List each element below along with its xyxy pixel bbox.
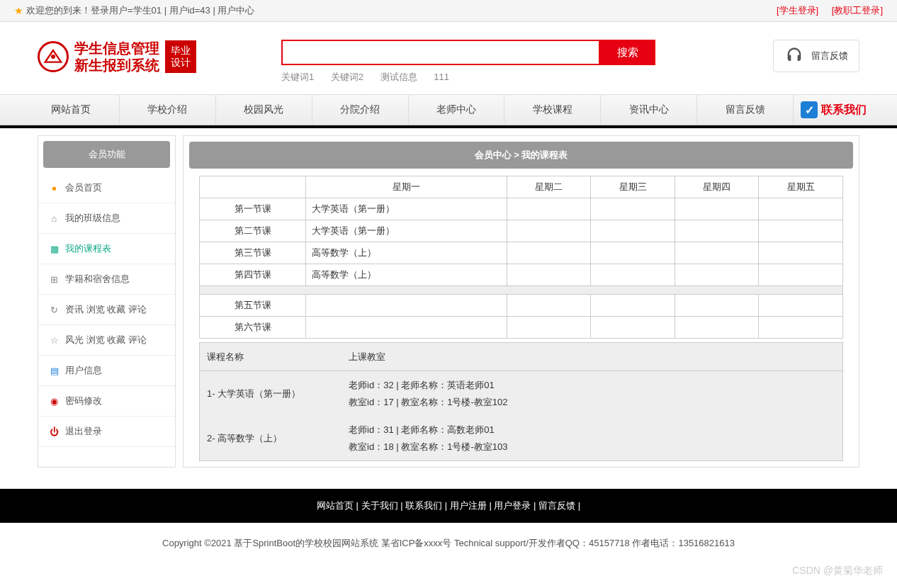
keyword-3[interactable]: 测试信息: [380, 72, 417, 82]
sidebar-label: 我的班级信息: [65, 212, 120, 225]
thu-cell: [675, 198, 759, 220]
thu-cell: [675, 264, 759, 286]
topbar: ★ 欢迎您的到来！登录用户=学生01 | 用户id=43 | 用户中心 [学生登…: [0, 0, 897, 22]
footer-link[interactable]: 关于我们: [361, 500, 398, 511]
thu-cell: [675, 242, 759, 264]
tue-cell: [507, 264, 591, 286]
sidebar-item-6[interactable]: ▤用户信息: [38, 356, 175, 386]
sidebar-item-3[interactable]: ⊞学籍和宿舍信息: [38, 264, 175, 295]
mon-cell: 高等数学（上）: [306, 264, 507, 286]
nav-teacher[interactable]: 老师中心: [409, 95, 505, 125]
logo-icon: [38, 41, 69, 72]
keyword-4[interactable]: 111: [434, 72, 449, 82]
footer-nav: 网站首页 | 关于我们 | 联系我们 | 用户注册 | 用户登录 | 留言反馈 …: [0, 489, 897, 523]
sidebar-icon: ↻: [49, 305, 60, 315]
footer-link[interactable]: 用户注册: [450, 500, 487, 511]
nav-scenery[interactable]: 校园风光: [216, 95, 312, 125]
tue-cell: [507, 242, 591, 264]
logo-line2: 新生报到系统: [74, 57, 159, 74]
sidebar-item-8[interactable]: ⏻退出登录: [38, 417, 175, 447]
tue-cell: [507, 220, 591, 242]
nav-feedback[interactable]: 留言反馈: [697, 95, 794, 125]
fri-cell: [759, 242, 843, 264]
nav-contact[interactable]: ✓ 联系我们: [794, 95, 874, 125]
footer-link[interactable]: 用户登录: [494, 500, 531, 511]
sidebar-item-1[interactable]: ⌂我的班级信息: [38, 203, 175, 234]
sidebar-label: 密码修改: [65, 395, 102, 407]
schedule-table: 星期一星期二星期三星期四星期五 第一节课大学英语（第一册）第二节课大学英语（第一…: [199, 176, 843, 339]
nav-school-intro[interactable]: 学校介绍: [120, 95, 216, 125]
sidebar-title: 会员功能: [43, 141, 170, 168]
mon-cell: 大学英语（第一册）: [306, 198, 507, 220]
nav-home[interactable]: 网站首页: [23, 95, 120, 125]
sidebar-label: 退出登录: [65, 425, 102, 438]
search-input[interactable]: [281, 40, 600, 65]
sidebar-label: 我的课程表: [65, 242, 111, 255]
breadcrumb: 会员中心 > 我的课程表: [189, 142, 853, 169]
nav-course[interactable]: 学校课程: [504, 95, 601, 125]
schedule-header: 星期三: [591, 176, 675, 198]
sidebar-label: 风光 浏览 收藏 评论: [65, 334, 147, 346]
logo-area: 学生信息管理 新生报到系统 毕业 设计: [38, 40, 196, 74]
schedule-row: 第五节课: [200, 295, 843, 317]
sidebar-icon: ⌂: [49, 213, 60, 224]
schedule-row: 第二节课大学英语（第一册）: [200, 220, 843, 242]
thu-cell: [675, 317, 759, 339]
course-info-h1: 课程名称: [200, 343, 342, 371]
content: 会员中心 > 我的课程表 星期一星期二星期三星期四星期五 第一节课大学英语（第一…: [183, 135, 859, 468]
sidebar-label: 用户信息: [65, 364, 102, 377]
logo-text: 学生信息管理 新生报到系统: [74, 40, 159, 74]
sidebar-icon: ◉: [49, 396, 60, 407]
course-room: 老师id：32 | 老师名称：英语老师01教室id：17 | 教室名称：1号楼-…: [342, 371, 842, 416]
sidebar-item-7[interactable]: ◉密码修改: [38, 386, 175, 417]
keywords: 关键词1 关键词2 测试信息 111: [281, 71, 759, 84]
sidebar-item-5[interactable]: ☆风光 浏览 收藏 评论: [38, 325, 175, 356]
sidebar-icon: ▤: [49, 366, 60, 376]
search-button[interactable]: 搜索: [600, 40, 655, 65]
badge-line1: 毕业: [171, 45, 191, 57]
mon-cell: [306, 317, 507, 339]
schedule-row: 第三节课高等数学（上）: [200, 242, 843, 264]
keyword-2[interactable]: 关键词2: [331, 72, 363, 82]
schedule-header: [200, 176, 306, 198]
feedback-button[interactable]: 留言反馈: [773, 40, 859, 72]
tue-cell: [507, 317, 591, 339]
mon-cell: 大学英语（第一册）: [306, 220, 507, 242]
nav-contact-label: 联系我们: [821, 103, 867, 118]
course-name: 2- 高等数学（上）: [200, 416, 342, 460]
sidebar: 会员功能 ●会员首页⌂我的班级信息▦我的课程表⊞学籍和宿舍信息↻资讯 浏览 收藏…: [38, 135, 176, 468]
keyword-1[interactable]: 关键词1: [281, 72, 314, 82]
course-room: 老师id：31 | 老师名称：高数老师01教室id：18 | 教室名称：1号楼-…: [342, 416, 842, 460]
period-cell: 第四节课: [200, 264, 306, 286]
nav-news[interactable]: 资讯中心: [601, 95, 697, 125]
course-info-row: 2- 高等数学（上）老师id：31 | 老师名称：高数老师01教室id：18 |…: [200, 416, 842, 460]
sidebar-label: 会员首页: [65, 181, 102, 194]
footer-link[interactable]: 网站首页: [317, 500, 354, 511]
schedule-header: 星期二: [507, 176, 591, 198]
schedule-row: 第六节课: [200, 317, 843, 339]
tue-cell: [507, 198, 591, 220]
sidebar-icon: ●: [49, 183, 60, 193]
staff-login-link[interactable]: [教职工登录]: [832, 5, 883, 16]
badge-line2: 设计: [171, 57, 191, 69]
sidebar-item-2[interactable]: ▦我的课程表: [38, 234, 175, 264]
schedule-header: 星期四: [675, 176, 759, 198]
thu-cell: [675, 295, 759, 317]
footer-link[interactable]: 联系我们: [405, 500, 442, 511]
period-cell: 第二节课: [200, 220, 306, 242]
sidebar-item-4[interactable]: ↻资讯 浏览 收藏 评论: [38, 295, 175, 325]
wed-cell: [591, 198, 675, 220]
nav-department[interactable]: 分院介绍: [312, 95, 409, 125]
schedule-header: 星期一: [306, 176, 507, 198]
student-login-link[interactable]: [学生登录]: [777, 5, 818, 16]
schedule-header: 星期五: [759, 176, 843, 198]
period-cell: 第一节课: [200, 198, 306, 220]
sidebar-label: 资讯 浏览 收藏 评论: [65, 303, 147, 316]
footer-link[interactable]: 留言反馈: [538, 500, 575, 511]
course-name: 1- 大学英语（第一册）: [200, 371, 342, 416]
wed-cell: [591, 264, 675, 286]
main-content: 会员功能 ●会员首页⌂我的班级信息▦我的课程表⊞学籍和宿舍信息↻资讯 浏览 收藏…: [23, 135, 874, 468]
star-icon: ★: [14, 5, 23, 16]
sidebar-item-0[interactable]: ●会员首页: [38, 173, 175, 203]
wed-cell: [591, 317, 675, 339]
